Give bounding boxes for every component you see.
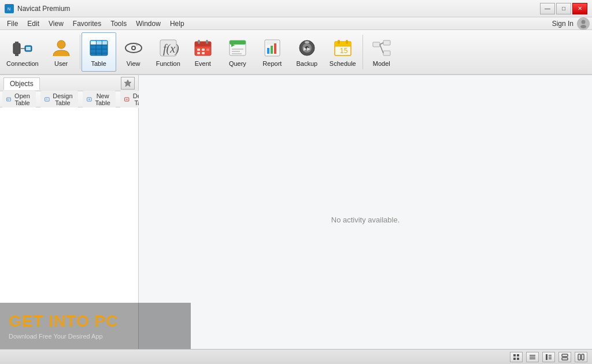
titlebar-controls: — □ ✕: [540, 3, 587, 14]
toolbar-user[interactable]: User: [44, 32, 79, 72]
svg-rect-32: [195, 42, 211, 46]
open-table-button[interactable]: Open Table: [2, 91, 36, 108]
app-logo: N: [5, 4, 14, 13]
table-label: Table: [91, 60, 106, 67]
schedule-icon: 15: [332, 38, 353, 58]
user-icon: [51, 38, 72, 58]
svg-rect-8: [17, 54, 18, 56]
svg-rect-50: [274, 43, 276, 54]
connection-label: Connection: [6, 60, 39, 67]
query-label: Query: [229, 60, 246, 67]
detail-view-button[interactable]: [542, 352, 555, 362]
svg-rect-92: [562, 354, 568, 356]
svg-rect-81: [513, 354, 516, 356]
toolbar-schedule[interactable]: 15 Schedule: [324, 32, 361, 72]
titlebar-left: N Navicat Premium: [5, 4, 70, 13]
menu-help[interactable]: Help: [165, 18, 189, 29]
menu-tools[interactable]: Tools: [106, 18, 131, 29]
schedule-label: Schedule: [330, 60, 356, 67]
svg-point-28: [136, 43, 138, 46]
view1-button[interactable]: [558, 352, 571, 362]
backup-icon: ▶▶: [297, 38, 317, 58]
backup-label: Backup: [297, 60, 318, 67]
svg-line-67: [380, 43, 383, 44]
objects-action: [121, 77, 135, 90]
svg-rect-49: [271, 46, 273, 54]
toolbar-function[interactable]: f(x) Function: [151, 32, 186, 72]
close-button[interactable]: ✕: [572, 3, 587, 14]
svg-rect-23: [97, 41, 102, 44]
svg-rect-5: [15, 42, 17, 44]
svg-text:15: 15: [340, 47, 348, 55]
objects-pin-button[interactable]: [121, 77, 135, 90]
app-title: Navicat Premium: [17, 5, 70, 13]
toolbar: Connection User: [0, 30, 592, 75]
new-table-button[interactable]: New Table: [83, 91, 116, 108]
svg-rect-88: [546, 354, 547, 360]
toolbar-report[interactable]: Report: [255, 32, 290, 72]
design-table-label: Design Table: [51, 92, 75, 106]
query-icon: ▶: [227, 38, 248, 58]
svg-rect-37: [202, 49, 205, 51]
svg-rect-69: [7, 98, 11, 101]
menu-window[interactable]: Window: [131, 18, 165, 29]
view-label: View: [127, 60, 140, 67]
toolbar-sep-1: [80, 35, 80, 69]
design-table-button[interactable]: Design Table: [40, 91, 78, 108]
svg-point-2: [582, 20, 586, 24]
svg-rect-66: [383, 51, 390, 55]
avatar: [577, 17, 590, 30]
menu-edit[interactable]: Edit: [23, 18, 44, 29]
menu-view[interactable]: View: [44, 18, 68, 29]
model-icon: [371, 38, 392, 58]
toolbar-connection[interactable]: Connection: [1, 32, 44, 72]
svg-line-68: [380, 44, 383, 53]
svg-text:N: N: [8, 7, 10, 11]
objects-bar: Objects: [0, 75, 138, 91]
toolbar-model[interactable]: Model: [364, 32, 399, 72]
left-panel: Objects Open Table Design Table New Tabl…: [0, 75, 139, 364]
list-view-button[interactable]: [526, 352, 539, 362]
maximize-button[interactable]: □: [556, 3, 571, 14]
svg-rect-48: [267, 48, 269, 54]
svg-rect-60: [338, 40, 340, 44]
toolbar-event[interactable]: Event: [186, 32, 220, 72]
toolbar-backup[interactable]: ▶▶ Backup: [290, 32, 324, 72]
user-label: User: [54, 60, 68, 67]
objects-tab[interactable]: Objects: [3, 77, 40, 90]
menu-file[interactable]: File: [2, 18, 23, 29]
svg-rect-22: [91, 41, 96, 44]
function-icon: f(x): [158, 38, 179, 58]
svg-point-27: [132, 47, 135, 49]
svg-rect-94: [578, 354, 580, 360]
svg-rect-65: [383, 40, 390, 45]
svg-rect-6: [17, 42, 18, 44]
event-icon: [193, 38, 213, 58]
menu-favorites[interactable]: Favorites: [68, 18, 106, 29]
report-icon: [262, 38, 283, 58]
grid-view-button[interactable]: [510, 352, 523, 362]
view-icon: [123, 38, 144, 58]
svg-point-14: [57, 40, 65, 49]
svg-point-56: [305, 41, 309, 43]
toolbar-query[interactable]: ▶ Query: [220, 32, 255, 72]
sign-in-area[interactable]: Sign In: [552, 17, 590, 30]
event-label: Event: [195, 60, 211, 67]
svg-text:f(x): f(x): [163, 42, 179, 55]
view2-button[interactable]: [575, 352, 587, 362]
svg-rect-84: [517, 358, 519, 360]
svg-rect-40: [202, 52, 205, 54]
svg-rect-34: [206, 40, 208, 44]
function-label: Function: [156, 60, 180, 67]
svg-rect-61: [346, 40, 348, 44]
report-label: Report: [262, 60, 282, 67]
minimize-button[interactable]: —: [540, 3, 555, 14]
connection-icon: [12, 38, 33, 58]
svg-rect-82: [517, 354, 519, 356]
svg-rect-4: [13, 43, 20, 54]
toolbar-table[interactable]: Table: [82, 32, 116, 72]
svg-rect-93: [562, 358, 568, 360]
titlebar: N Navicat Premium — □ ✕: [0, 0, 592, 17]
menubar: File Edit View Favorites Tools Window He…: [0, 17, 592, 30]
toolbar-view[interactable]: View: [116, 32, 151, 72]
